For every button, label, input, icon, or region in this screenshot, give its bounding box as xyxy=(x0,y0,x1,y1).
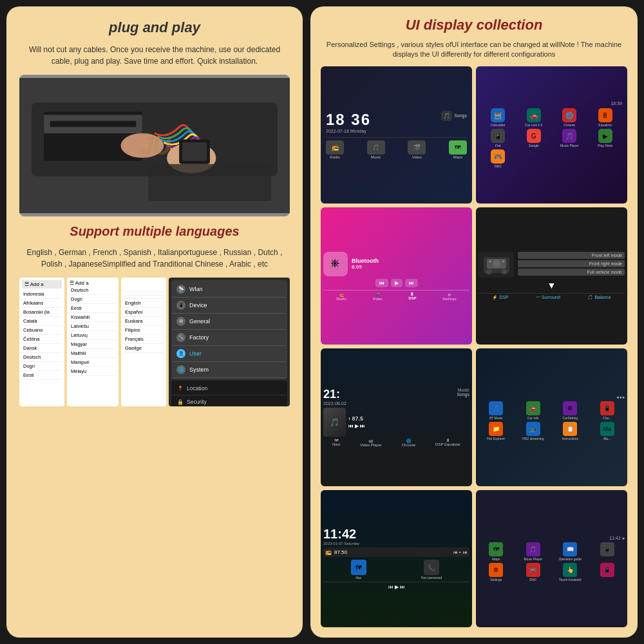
ss1-date: 2022-07-18 Monday xyxy=(326,129,371,133)
user-icon: 👤 xyxy=(176,349,185,358)
ss5-songs-label: Songs xyxy=(457,392,469,397)
app-carlink[interactable]: 🚗 Car Link 2.0 xyxy=(517,108,551,127)
system-icon: 🌐 xyxy=(176,365,185,374)
lang-item[interactable]: Català xyxy=(22,317,62,326)
settings-wlan[interactable]: 📡 Wlan xyxy=(173,281,286,298)
ss5-next[interactable]: ⏭ xyxy=(360,423,365,429)
lang-item[interactable]: Čeština xyxy=(22,335,62,344)
app-carsetting[interactable]: ⚙ CarSetting xyxy=(553,401,588,420)
settings-general[interactable]: ⚙ General xyxy=(173,314,286,330)
ss3-settings: ⚙Settings xyxy=(442,292,457,301)
lang-item[interactable]: Filipino xyxy=(124,326,164,335)
app-playstore[interactable]: ▶ Play Store xyxy=(589,129,623,147)
bt-next[interactable]: ⏭ xyxy=(405,279,418,287)
bt-play[interactable]: ▶ xyxy=(391,279,402,287)
car-installation-image: JU xyxy=(19,75,290,216)
lang-item[interactable]: Eesti xyxy=(70,304,116,313)
app-touchassist[interactable]: 👆 Touch Assistant xyxy=(553,563,588,582)
lang-item[interactable]: Latviešu xyxy=(70,322,116,331)
bt-prev[interactable]: ⏮ xyxy=(375,279,388,287)
app-swc[interactable]: 🎮 SWC xyxy=(481,149,515,168)
app-instructions[interactable]: 📋 Instructions xyxy=(553,422,588,440)
ss6-app-grid: 🎵 BT Music 🚗 Car Info ⚙ CarSetting � xyxy=(478,401,625,440)
ss7-freq-label: 87.50 xyxy=(334,549,347,555)
lang-list-1: ☰ Add a Indonesia Afrikaans Bosanski (la… xyxy=(19,278,64,406)
settings-user[interactable]: 👤 User xyxy=(173,346,286,362)
app-google[interactable]: G Google xyxy=(517,129,551,147)
lang-item[interactable]: Maithili xyxy=(70,349,116,358)
ss5-play[interactable]: ▶ xyxy=(355,423,359,429)
app-flat[interactable]: 📱 Flat xyxy=(481,129,515,147)
lang-item[interactable]: Dansk xyxy=(22,344,62,353)
ss5-chrome2: 🌐Chrome xyxy=(402,439,415,447)
device-label: Device xyxy=(189,302,207,308)
app-btmusic[interactable]: 🎵 BT Music xyxy=(478,401,514,420)
factory-label: Factory xyxy=(189,334,209,341)
lang-item[interactable]: Gaeilge xyxy=(124,344,164,353)
settings-device[interactable]: 📱 Device xyxy=(173,298,286,314)
screenshot-7: 11:42 2023-01-07 Saturday 📻 87.50 ⏮ ▶ ⏭ … xyxy=(321,490,472,627)
app-ma[interactable]: Ma Ma... xyxy=(590,422,625,440)
app-dummy2[interactable]: 📱 xyxy=(590,563,625,582)
lang-item[interactable]: Deutsch xyxy=(22,353,62,362)
lang-list-3: English Español Euskara Filipino Françai… xyxy=(121,278,166,406)
ss7-controls: ⏮ ▶ ⏭ xyxy=(453,550,468,554)
app-equalizer[interactable]: 🎚 Equalizer xyxy=(589,108,623,127)
lang-item[interactable]: Dogri xyxy=(70,295,116,304)
ss1-radio-label: Radio xyxy=(326,155,344,159)
lang-item[interactable]: Cebuano xyxy=(22,326,62,335)
app-fileexplorer[interactable]: 📁 File Explorer xyxy=(478,422,514,440)
app-chrome[interactable]: 🌐 Chrome xyxy=(553,108,587,127)
lang-item[interactable]: Deutsch xyxy=(70,286,116,295)
lang-item[interactable]: Afrikaans xyxy=(22,299,62,308)
ss5-prev[interactable]: ⏮ xyxy=(348,423,354,429)
app-dummy1[interactable]: 📱 xyxy=(590,542,625,561)
app-swc2[interactable]: 🎮 SWC xyxy=(516,563,551,582)
app-musicplayer[interactable]: 🎵 Music Player xyxy=(553,129,587,147)
sub-location[interactable]: 📍 Location xyxy=(173,382,286,395)
sub-settings-panel: 📍 Location 🔒 Security ⌨ Lanquage And Inp… xyxy=(171,381,287,406)
app-hd2streaming[interactable]: 📺 HD2 streaming xyxy=(516,422,551,440)
ss7-play-ctrl[interactable]: ▶ xyxy=(395,584,399,590)
lang-item[interactable]: Dogri xyxy=(22,362,62,371)
app-maps[interactable]: 🗺 Maps xyxy=(478,542,514,561)
ss3-video: 🎬Video xyxy=(372,292,382,301)
lang-item[interactable]: Indonesia xyxy=(22,290,62,299)
app-settings2[interactable]: ⚙ Settings xyxy=(478,563,514,582)
ss7-navi-app[interactable]: 🗺 xyxy=(351,560,366,575)
lang-item[interactable]: Lietuvių xyxy=(70,331,116,340)
ss6-time: ●●● xyxy=(478,395,625,399)
settings-factory[interactable]: 🔧 Factory xyxy=(173,330,286,346)
lang-item[interactable]: Español xyxy=(124,308,164,317)
lang-item[interactable]: Kiswahili xyxy=(70,313,116,322)
settings-system[interactable]: 🌐 System xyxy=(173,362,286,378)
ss7-fm-icon: 📻 xyxy=(325,549,332,555)
lang-item[interactable]: Magyar xyxy=(70,340,116,349)
lang-list-2: ☰ Add a Deutsch Dogri Eesti Kiswahili La… xyxy=(67,278,118,406)
lang-item[interactable]: Manipuri xyxy=(70,358,116,367)
app-carinfo[interactable]: 🚗 Car Info xyxy=(516,401,551,420)
wlan-label: Wlan xyxy=(189,286,203,292)
app-music-player2[interactable]: 🎵 Music Player xyxy=(516,542,551,561)
front-right-mode[interactable]: Front right mode xyxy=(518,260,625,267)
app-calculator[interactable]: 🧮 Calculator xyxy=(481,108,515,127)
ss7-next-ctrl[interactable]: ⏭ xyxy=(400,584,405,590)
lang-item[interactable]: Euskara xyxy=(124,317,164,326)
lang-item[interactable]: Melayu xyxy=(70,367,116,376)
lang-item[interactable]: Français xyxy=(124,335,164,344)
app-opguide[interactable]: 📖 Operation guide xyxy=(553,542,588,561)
sub-security[interactable]: 🔒 Security xyxy=(173,395,286,406)
ss7-call-app[interactable]: 📞 xyxy=(424,560,439,575)
ss7-apps: 🗺 Nav 📞 Not connected xyxy=(323,560,469,580)
lang-item[interactable]: Bosanski (la xyxy=(22,308,62,317)
full-vehicle-mode[interactable]: Full vehicle mode xyxy=(518,269,625,276)
lang-item[interactable]: English xyxy=(124,299,164,308)
lang-item[interactable]: Eesti xyxy=(22,371,62,380)
svg-rect-10 xyxy=(148,164,271,201)
svg-point-12 xyxy=(486,269,492,274)
ss7-prev-ctrl[interactable]: ⏮ xyxy=(388,584,393,590)
app-unknown[interactable]: 📱 Che... xyxy=(590,401,625,420)
ss8-app-grid: 🗺 Maps 🎵 Music Player 📖 Operation guide xyxy=(478,542,625,582)
front-left-mode[interactable]: Front left mode xyxy=(518,252,625,259)
ss5-videoplayer: 📹Video Player xyxy=(360,439,382,447)
